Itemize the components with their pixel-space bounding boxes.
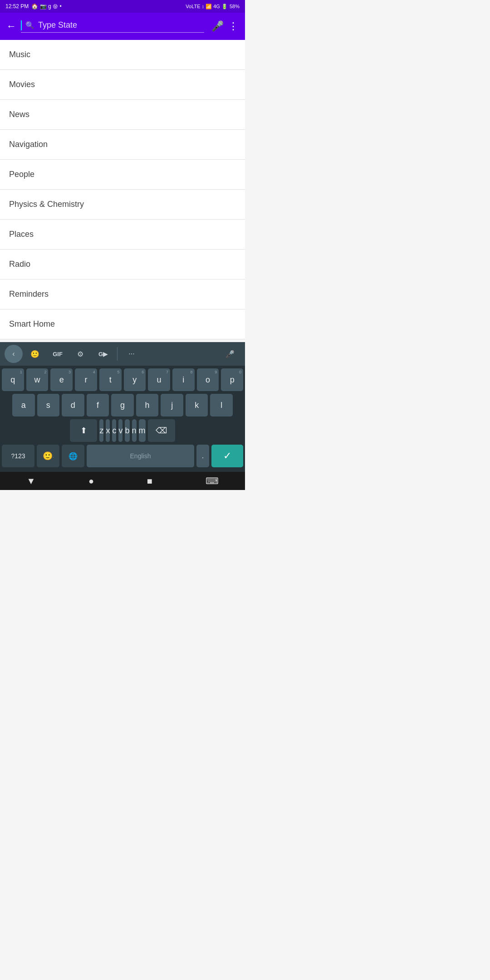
- key-n[interactable]: n: [132, 419, 137, 442]
- notification-icons: 🏠 📷 g 🏵 •: [31, 3, 61, 10]
- nav-icon-2[interactable]: ■: [147, 476, 152, 486]
- more-toolbar-button[interactable]: ···: [121, 345, 142, 363]
- list-container: MusicMoviesNewsNavigationPeoplePhysics &…: [0, 40, 245, 339]
- key-t[interactable]: 5t: [99, 368, 122, 391]
- number-sym-key[interactable]: ?123: [2, 445, 34, 467]
- search-icon: 🔍: [25, 21, 34, 29]
- space-label: English: [130, 452, 151, 460]
- toolbar-separator: [117, 347, 118, 361]
- key-k[interactable]: k: [186, 394, 208, 416]
- number-sym-label: ?123: [11, 452, 25, 460]
- nav-icon-1[interactable]: ●: [88, 476, 94, 486]
- list-item-smart-home[interactable]: Smart Home: [0, 309, 245, 339]
- space-key[interactable]: English: [87, 445, 194, 467]
- key-f[interactable]: f: [87, 394, 109, 416]
- settings-toolbar-button[interactable]: ⚙: [70, 345, 91, 363]
- list-item-music[interactable]: Music: [0, 40, 245, 70]
- gif-toolbar-button[interactable]: GIF: [47, 345, 68, 363]
- nav-icon-3[interactable]: ⌨: [206, 475, 219, 486]
- key-u[interactable]: 7u: [148, 368, 170, 391]
- key-m[interactable]: m: [139, 419, 146, 442]
- search-placeholder[interactable]: Type State: [38, 20, 77, 30]
- key-c[interactable]: c: [112, 419, 116, 442]
- emoji-key[interactable]: 🙂,: [37, 445, 59, 467]
- battery-percent: 58%: [230, 4, 240, 9]
- shift-key[interactable]: ⬆: [70, 419, 97, 442]
- list-item-places[interactable]: Places: [0, 220, 245, 250]
- emoji-toolbar-button[interactable]: 🙂: [24, 345, 45, 363]
- key-g[interactable]: g: [111, 394, 134, 416]
- keyboard-toolbar: ‹ 🙂 GIF ⚙ G▶ ··· 🎤: [0, 342, 245, 366]
- key-v[interactable]: v: [118, 419, 122, 442]
- text-cursor: [21, 20, 22, 30]
- globe-key[interactable]: 🌐: [62, 445, 84, 467]
- key-row-2: asdfghjkl: [2, 394, 243, 416]
- list-item-radio[interactable]: Radio: [0, 250, 245, 279]
- key-r[interactable]: 4r: [75, 368, 97, 391]
- status-left: 12:52 PM 🏠 📷 g 🏵 •: [5, 3, 62, 10]
- key-e[interactable]: 3e: [50, 368, 73, 391]
- nav-icon-0[interactable]: ▼: [26, 476, 35, 486]
- status-bar: 12:52 PM 🏠 📷 g 🏵 • VoLTE ↕ 📶 4G 🔋 58%: [0, 0, 245, 13]
- keyboard-back-button[interactable]: ‹: [5, 345, 23, 363]
- key-row-4: ?123 🙂, 🌐 English . ✓: [2, 445, 243, 467]
- back-button[interactable]: ←: [6, 20, 16, 32]
- mic-toolbar-button[interactable]: 🎤: [220, 345, 240, 363]
- key-h[interactable]: h: [136, 394, 159, 416]
- list-item-news[interactable]: News: [0, 100, 245, 130]
- key-row-1: 1q2w3e4r5t6y7u8i9o0p: [2, 368, 243, 391]
- key-s[interactable]: s: [37, 394, 60, 416]
- key-z[interactable]: z: [99, 419, 103, 442]
- key-o[interactable]: 9o: [197, 368, 219, 391]
- key-p[interactable]: 0p: [221, 368, 243, 391]
- list-item-movies[interactable]: Movies: [0, 70, 245, 100]
- key-b[interactable]: b: [125, 419, 129, 442]
- key-q[interactable]: 1q: [2, 368, 24, 391]
- period-key[interactable]: .: [196, 445, 209, 467]
- key-d[interactable]: d: [62, 394, 84, 416]
- backspace-key[interactable]: ⌫: [148, 419, 175, 442]
- keyboard: ‹ 🙂 GIF ⚙ G▶ ··· 🎤 1q2w3e4r5t6y7u8i9o0p …: [0, 342, 245, 472]
- key-x[interactable]: x: [106, 419, 110, 442]
- check-label: ✓: [223, 450, 231, 462]
- list-item-navigation[interactable]: Navigation: [0, 130, 245, 160]
- keyboard-rows: 1q2w3e4r5t6y7u8i9o0p asdfghjkl ⬆ zxcvbnm…: [0, 366, 245, 472]
- nav-bar: ▼●■⌨: [0, 472, 245, 490]
- mic-button[interactable]: 🎤: [211, 20, 224, 32]
- list-item-physics-chemistry[interactable]: Physics & Chemistry: [0, 190, 245, 220]
- key-y[interactable]: 6y: [124, 368, 146, 391]
- status-right: VoLTE ↕ 📶 4G 🔋 58%: [186, 4, 240, 10]
- list-item-reminders[interactable]: Reminders: [0, 279, 245, 309]
- key-a[interactable]: a: [12, 394, 35, 416]
- key-row-3: ⬆ zxcvbnm ⌫: [2, 419, 243, 442]
- translate-toolbar-button[interactable]: G▶: [93, 345, 113, 363]
- more-options-button[interactable]: ⋮: [228, 20, 239, 32]
- action-key[interactable]: ✓: [211, 445, 243, 467]
- search-bar: ← 🔍 Type State 🎤 ⋮: [0, 13, 245, 40]
- list-item-people[interactable]: People: [0, 160, 245, 190]
- key-j[interactable]: j: [161, 394, 183, 416]
- key-l[interactable]: l: [210, 394, 233, 416]
- time: 12:52 PM: [5, 3, 29, 10]
- key-i[interactable]: 8i: [172, 368, 195, 391]
- key-w[interactable]: 2w: [26, 368, 49, 391]
- signal-icons: VoLTE ↕ 📶 4G 🔋: [186, 4, 228, 10]
- search-input-area[interactable]: 🔍 Type State: [21, 20, 204, 33]
